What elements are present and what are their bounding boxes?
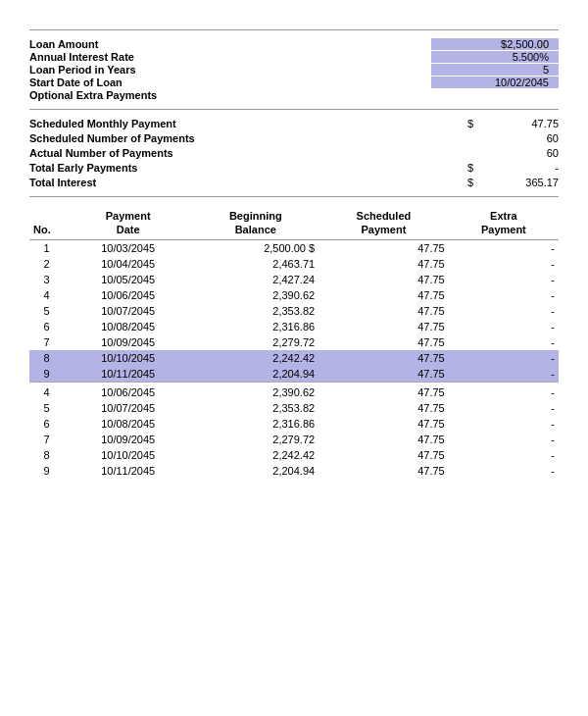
table-row: 810/10/20452,242.4247.75- xyxy=(29,447,559,463)
table-cell: - xyxy=(449,350,559,366)
table-cell: - xyxy=(449,366,559,383)
table-cell: 47.75 xyxy=(318,287,449,303)
table-row: 410/06/20452,390.6247.75- xyxy=(29,382,559,400)
input-value[interactable]: 10/02/2045 xyxy=(431,77,559,88)
table-cell: 10/08/2045 xyxy=(64,416,192,432)
table-cell: 47.75 xyxy=(318,432,449,447)
middle-divider-1 xyxy=(29,109,559,110)
table-cell: 47.75 xyxy=(318,463,449,479)
table-cell: - xyxy=(449,334,559,350)
table-cell: 3 xyxy=(29,272,64,287)
table-cell: 2,463.71 xyxy=(192,256,318,272)
input-row: Loan Period in Years5 xyxy=(29,64,559,76)
table-cell: 47.75 xyxy=(318,334,449,350)
table-cell: 2 xyxy=(29,256,64,272)
summary-value: 365.17 xyxy=(480,177,559,188)
table-cell: 4 xyxy=(29,382,64,400)
table-row: 210/04/20452,463.7147.75- xyxy=(29,256,559,272)
summary-row: Scheduled Monthly Payment$47.75 xyxy=(29,118,559,129)
table-cell: 10/04/2045 xyxy=(64,256,192,272)
table-header-col-no: No. xyxy=(29,207,64,239)
table-cell: 4 xyxy=(29,287,64,303)
table-cell: - xyxy=(449,239,559,256)
table-cell: 5 xyxy=(29,400,64,416)
table-row: 910/11/20452,204.9447.75- xyxy=(29,463,559,479)
table-cell: - xyxy=(449,256,559,272)
table-cell: 6 xyxy=(29,416,64,432)
table-cell: - xyxy=(449,400,559,416)
table-cell: - xyxy=(449,447,559,463)
table-cell: - xyxy=(449,382,559,400)
table-cell: 8 xyxy=(29,350,64,366)
table-cell: 7 xyxy=(29,334,64,350)
summary-label: Scheduled Number of Payments xyxy=(29,132,461,144)
table-cell: - xyxy=(449,432,559,447)
table-cell: 47.75 xyxy=(318,366,449,383)
table-cell: 2,242.42 xyxy=(192,350,318,366)
table-cell: 2,500.00 $ xyxy=(192,239,318,256)
input-value[interactable]: 5.500% xyxy=(431,51,559,63)
table-header-col-balance: BeginningBalance xyxy=(192,207,318,239)
table-row: 910/11/20452,204.9447.75- xyxy=(29,366,559,383)
input-row: Optional Extra Payments xyxy=(29,89,559,101)
summary-dollar: $ xyxy=(461,118,480,129)
summary-row: Total Early Payments$- xyxy=(29,162,559,174)
table-row: 810/10/20452,242.4247.75- xyxy=(29,350,559,366)
table-cell: 2,316.86 xyxy=(192,319,318,334)
summary-label: Scheduled Monthly Payment xyxy=(29,118,461,129)
top-divider xyxy=(29,29,559,30)
table-row: 710/09/20452,279.7247.75- xyxy=(29,432,559,447)
table-cell: 10/05/2045 xyxy=(64,272,192,287)
table-cell: 5 xyxy=(29,303,64,319)
summary-section: Scheduled Monthly Payment$47.75Scheduled… xyxy=(29,118,559,188)
table-cell: 2,353.82 xyxy=(192,303,318,319)
summary-row: Scheduled Number of Payments60 xyxy=(29,132,559,144)
summary-dollar: $ xyxy=(461,177,480,188)
table-row: 410/06/20452,390.6247.75- xyxy=(29,287,559,303)
table-header-col-scheduled: ScheduledPayment xyxy=(318,207,449,239)
table-row: 610/08/20452,316.8647.75- xyxy=(29,319,559,334)
table-row: 110/03/20452,500.00 $47.75- xyxy=(29,239,559,256)
input-value[interactable]: $2,500.00 xyxy=(431,38,559,50)
table-cell: 7 xyxy=(29,432,64,447)
table-cell: 9 xyxy=(29,366,64,383)
table-cell: 2,204.94 xyxy=(192,366,318,383)
table-cell: 47.75 xyxy=(318,319,449,334)
input-label: Annual Interest Rate xyxy=(29,51,431,63)
table-cell: 10/03/2045 xyxy=(64,239,192,256)
table-row: 510/07/20452,353.8247.75- xyxy=(29,400,559,416)
table-cell: 2,390.62 xyxy=(192,287,318,303)
table-cell: 10/07/2045 xyxy=(64,303,192,319)
table-cell: 10/11/2045 xyxy=(64,463,192,479)
table-cell: 2,353.82 xyxy=(192,400,318,416)
input-label: Start Date of Loan xyxy=(29,77,431,88)
table-cell: - xyxy=(449,463,559,479)
table-cell: 47.75 xyxy=(318,272,449,287)
table-cell: - xyxy=(449,287,559,303)
table-cell: 47.75 xyxy=(318,400,449,416)
table-cell: 47.75 xyxy=(318,382,449,400)
input-value[interactable]: 5 xyxy=(431,64,559,76)
summary-label: Total Interest xyxy=(29,177,461,188)
table-row: 310/05/20452,427.2447.75- xyxy=(29,272,559,287)
summary-label: Total Early Payments xyxy=(29,162,461,174)
table-cell: 9 xyxy=(29,463,64,479)
summary-row: Actual Number of Payments60 xyxy=(29,147,559,159)
table-cell: 2,242.42 xyxy=(192,447,318,463)
table-cell: 2,279.72 xyxy=(192,334,318,350)
table-cell: - xyxy=(449,416,559,432)
table-cell: 10/11/2045 xyxy=(64,366,192,383)
middle-divider-2 xyxy=(29,196,559,197)
table-header-col-extra: ExtraPayment xyxy=(449,207,559,239)
table-cell: 10/08/2045 xyxy=(64,319,192,334)
table-cell: 10/06/2045 xyxy=(64,382,192,400)
table-cell: 10/09/2045 xyxy=(64,334,192,350)
table-cell: 47.75 xyxy=(318,303,449,319)
summary-dollar: $ xyxy=(461,162,480,174)
table-cell: 47.75 xyxy=(318,447,449,463)
table-cell: 47.75 xyxy=(318,239,449,256)
summary-row: Total Interest$365.17 xyxy=(29,177,559,188)
table-section: No.PaymentDateBeginningBalanceScheduledP… xyxy=(29,207,559,479)
summary-value: 47.75 xyxy=(480,118,559,129)
table-cell: 6 xyxy=(29,319,64,334)
